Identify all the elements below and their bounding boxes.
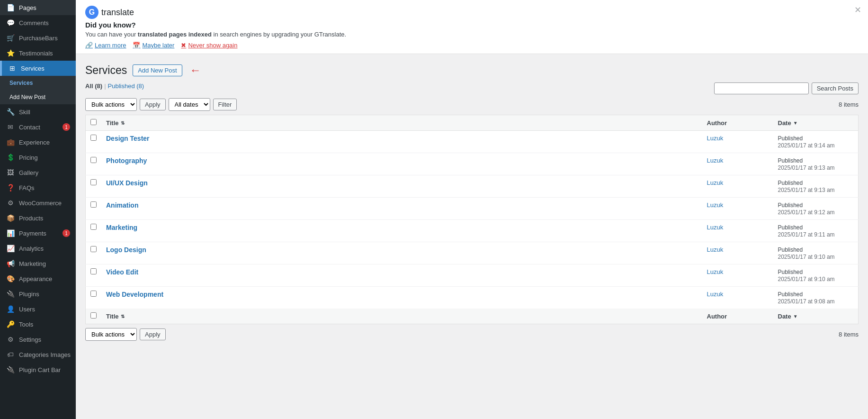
date-filter-select[interactable]: All dates — [169, 98, 210, 111]
post-title-link-2[interactable]: Photography — [106, 157, 147, 164]
row-date-cell-1: Published 2025/01/17 at 9:14 am — [773, 131, 859, 153]
row-title-cell-8: Web Development — [101, 287, 702, 309]
author-link-4[interactable]: Luzuk — [707, 201, 724, 209]
row-checkbox-6[interactable] — [90, 246, 97, 252]
row-status-4: Published — [778, 202, 803, 209]
sidebar-item-faqs[interactable]: ❓FAQs — [0, 180, 76, 195]
search-posts-input[interactable] — [714, 82, 809, 94]
row-checkbox-3[interactable] — [90, 179, 97, 185]
filter-all-link[interactable]: All (8) — [85, 82, 102, 90]
th-title: Title ⇅ — [101, 115, 702, 131]
filter-search-row: All (8) | Published (8) Search Posts — [85, 82, 859, 94]
sidebar-item-gallery[interactable]: 🖼Gallery — [0, 165, 76, 180]
post-title-link-6[interactable]: Logo Design — [106, 246, 146, 254]
notice-close-button[interactable]: ✕ — [854, 5, 861, 15]
search-posts-button[interactable]: Search Posts — [812, 82, 859, 94]
sidebar-item-plugins[interactable]: 🔌Plugins — [0, 286, 76, 301]
row-date-cell-4: Published 2025/01/17 at 9:12 am — [773, 198, 859, 220]
table-row: Logo Design Luzuk Published 2025/01/17 a… — [86, 242, 859, 264]
sidebar-item-users[interactable]: 👤Users — [0, 301, 76, 317]
sidebar-item-experience[interactable]: 💼Experience — [0, 135, 76, 150]
th-date-sort-link[interactable]: Date ▼ — [778, 119, 854, 127]
tfoot-title-sort-link[interactable]: Title ⇅ — [106, 313, 698, 320]
sidebar-label-pricing: Pricing — [19, 154, 38, 161]
sidebar-item-contact[interactable]: ✉Contact1 — [0, 119, 76, 135]
bulk-actions-select-top[interactable]: Bulk actions — [85, 98, 137, 111]
learn-more-link[interactable]: 🔗 Learn more — [85, 42, 126, 49]
post-title-link-7[interactable]: Video Edit — [106, 268, 138, 276]
marketing-icon: 📢 — [6, 260, 15, 267]
sidebar-item-appearance[interactable]: 🎨Appearance — [0, 271, 76, 286]
sidebar-item-payments[interactable]: 📊Payments1 — [0, 226, 76, 241]
top-toolbar: Bulk actions Apply All dates Filter 8 it… — [85, 98, 859, 111]
row-author-cell-7: Luzuk — [702, 264, 773, 287]
notice-body: You can have your translated pages index… — [85, 31, 859, 38]
sidebar-label-experience: Experience — [19, 139, 50, 146]
submenu-services-label[interactable]: Services — [0, 76, 76, 90]
author-link-2[interactable]: Luzuk — [707, 157, 724, 164]
submenu-add-new[interactable]: Add New Post — [0, 90, 76, 104]
row-datetime-8: 2025/01/17 at 9:08 am — [778, 298, 835, 305]
maybe-later-link[interactable]: 📅 Maybe later — [133, 42, 174, 49]
row-title-cell-7: Video Edit — [101, 264, 702, 287]
author-link-5[interactable]: Luzuk — [707, 224, 724, 231]
sidebar-item-testimonials[interactable]: ⭐Testimonials — [0, 46, 76, 61]
row-title-cell-3: UI/UX Design — [101, 175, 702, 198]
author-link-7[interactable]: Luzuk — [707, 268, 724, 275]
author-link-8[interactable]: Luzuk — [707, 291, 724, 298]
th-date: Date ▼ — [773, 115, 859, 131]
apply-button-bottom[interactable]: Apply — [140, 328, 166, 340]
sidebar-item-categories-images[interactable]: 🏷Categories Images — [0, 347, 76, 362]
author-link-6[interactable]: Luzuk — [707, 246, 724, 253]
filter-published-link[interactable]: Published (8) — [108, 82, 144, 90]
bulk-actions-select-bottom[interactable]: Bulk actions — [85, 328, 137, 341]
post-title-link-1[interactable]: Design Tester — [106, 135, 150, 142]
row-checkbox-4[interactable] — [90, 201, 97, 208]
row-checkbox-7[interactable] — [90, 268, 97, 274]
sidebar-label-comments: Comments — [19, 19, 49, 27]
services-submenu: Services Add New Post — [0, 76, 76, 104]
row-checkbox-2[interactable] — [90, 157, 97, 163]
th-title-sort-link[interactable]: Title ⇅ — [106, 119, 698, 127]
select-all-footer-checkbox[interactable] — [90, 312, 97, 319]
sidebar-item-marketing[interactable]: 📢Marketing — [0, 256, 76, 271]
tfoot-date-sort-arrows: ▼ — [793, 314, 798, 319]
add-new-post-button[interactable]: Add New Post — [133, 64, 182, 76]
sidebar-item-skill[interactable]: 🔧Skill — [0, 104, 76, 119]
never-show-link[interactable]: ✖ Never show again — [181, 42, 237, 49]
tfoot-date-sort-link[interactable]: Date ▼ — [778, 313, 854, 320]
sidebar-item-purchasebars[interactable]: 🛒PurchaseBars — [0, 30, 76, 46]
sidebar-item-comments[interactable]: 💬Comments — [0, 15, 76, 30]
select-all-checkbox[interactable] — [90, 119, 97, 125]
row-checkbox-cell — [86, 153, 102, 175]
row-author-cell-5: Luzuk — [702, 220, 773, 242]
row-author-cell-8: Luzuk — [702, 287, 773, 309]
post-title-link-8[interactable]: Web Development — [106, 291, 163, 298]
users-icon: 👤 — [6, 305, 15, 313]
row-status-5: Published — [778, 224, 803, 231]
row-checkbox-5[interactable] — [90, 224, 97, 230]
row-checkbox-8[interactable] — [90, 291, 97, 297]
row-checkbox-cell — [86, 220, 102, 242]
sidebar-item-pages[interactable]: 📄Pages — [0, 0, 76, 15]
apply-button-top[interactable]: Apply — [140, 99, 166, 110]
sidebar-item-plugin-cart-bar[interactable]: 🔌Plugin Cart Bar — [0, 362, 76, 377]
notice-body-prefix: You can have your — [85, 31, 138, 38]
sidebar-item-products[interactable]: 📦Products — [0, 210, 76, 226]
sidebar-item-tools[interactable]: 🔑Tools — [0, 317, 76, 332]
row-checkbox-1[interactable] — [90, 135, 97, 141]
sidebar-item-pricing[interactable]: 💲Pricing — [0, 150, 76, 165]
author-link-3[interactable]: Luzuk — [707, 179, 724, 186]
sidebar-item-analytics[interactable]: 📈Analytics — [0, 241, 76, 256]
post-title-link-5[interactable]: Marketing — [106, 224, 137, 231]
sidebar-item-services[interactable]: ⊞Services — [0, 61, 76, 76]
post-title-link-3[interactable]: UI/UX Design — [106, 179, 148, 187]
author-link-1[interactable]: Luzuk — [707, 135, 724, 142]
row-author-cell-3: Luzuk — [702, 175, 773, 198]
sidebar-label-appearance: Appearance — [19, 275, 52, 282]
sidebar-item-settings[interactable]: ⚙Settings — [0, 332, 76, 347]
row-datetime-3: 2025/01/17 at 9:13 am — [778, 187, 835, 193]
filter-button[interactable]: Filter — [213, 99, 237, 110]
post-title-link-4[interactable]: Animation — [106, 201, 138, 209]
sidebar-item-woocommerce[interactable]: ⚙WooCommerce — [0, 195, 76, 210]
